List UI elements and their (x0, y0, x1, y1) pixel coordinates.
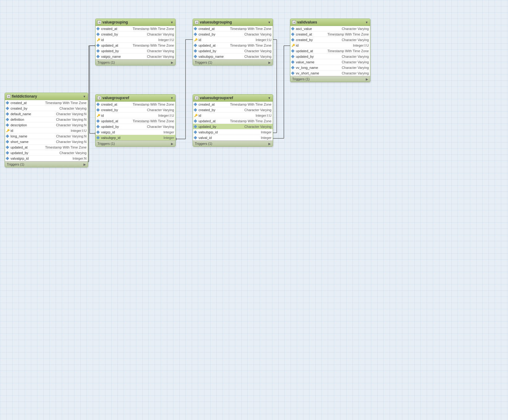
triggers-row[interactable]: Triggers (1) ▶ (290, 76, 370, 82)
diamond-icon (194, 125, 197, 128)
col-type: Character Varying (324, 55, 369, 58)
col-name: description (11, 123, 38, 127)
table-valuegrouping[interactable]: ⊞ valuegrouping ▼ created_at Timestamp W… (95, 19, 176, 65)
diamond-icon (291, 55, 294, 58)
col-type: Timestamp With Time Zone (226, 119, 271, 123)
diamond-icon (96, 130, 100, 134)
table-row: created_at Timestamp With Time Zone (193, 102, 273, 107)
col-type: Integer:I:U (129, 38, 174, 42)
col-type: Character Varying (324, 66, 369, 69)
col-name: created_at (11, 101, 38, 105)
col-type: Character Varying:N (38, 140, 87, 144)
triggers-arrow-icon: ▶ (268, 142, 271, 145)
table-body: asci_value Character Varying created_at … (290, 26, 370, 76)
dropdown-icon[interactable]: ▼ (268, 96, 271, 100)
triggers-row[interactable]: Triggers (1) ▶ (193, 141, 273, 146)
col-name: created_by (101, 32, 129, 36)
col-type: Character Varying (226, 125, 271, 128)
table-row: 🔑 id Integer:I:U (5, 128, 88, 133)
table-header-valuesubgroupxref: ⊞ valuesubgroupxref ▼ (193, 94, 273, 102)
col-name: updated_by (199, 125, 226, 128)
triggers-row[interactable]: Triggers (1) ▶ (193, 59, 273, 65)
table-row: created_by Character Varying (96, 107, 175, 113)
table-row: updated_at Timestamp With Time Zone (96, 43, 175, 48)
dropdown-icon[interactable]: ▼ (83, 95, 86, 98)
table-valuesubgroupxref[interactable]: ⊞ valuesubgroupxref ▼ created_at Timesta… (193, 94, 273, 147)
triggers-row[interactable]: Triggers (1) ▶ (96, 59, 175, 65)
col-type: Character Varying (129, 49, 174, 53)
table-row: vv_short_name Character Varying (290, 70, 370, 76)
col-type: Character Varying (226, 32, 271, 36)
col-name: created_by (199, 108, 226, 112)
table-body: created_at Timestamp With Time Zone crea… (193, 26, 273, 59)
col-type: Integer:N (38, 157, 87, 160)
diamond-icon (6, 123, 9, 127)
table-body: created_at Timestamp With Time Zone crea… (193, 102, 273, 141)
table-row: valvalgrp_id Integer:N (5, 156, 88, 161)
col-type: Character Varying (38, 151, 87, 155)
diamond-icon (6, 101, 9, 104)
diamond-icon (291, 49, 294, 52)
table-validvalues[interactable]: ⊞ validvalues ▼ asci_value Character Var… (290, 19, 370, 82)
diamond-icon (96, 125, 100, 128)
col-type: Character Varying (324, 38, 369, 42)
table-row: 🔑 id Integer:I:U (96, 113, 175, 118)
table-body: created_at Timestamp With Time Zone crea… (96, 102, 175, 141)
table-row: value_name Character Varying (290, 59, 370, 65)
table-fielddictionary[interactable]: ⊞ fielddictionary ▼ created_at Timestamp… (5, 93, 88, 167)
triggers-arrow-icon: ▶ (268, 61, 271, 64)
triggers-label: Triggers (1) (7, 162, 24, 166)
table-row: updated_at Timestamp With Time Zone (193, 118, 273, 124)
table-header-fielddictionary: ⊞ fielddictionary ▼ (5, 93, 88, 100)
table-valuesubgrouping[interactable]: ⊞ valuesubgrouping ▼ created_at Timestam… (193, 19, 273, 65)
triggers-arrow-icon: ▶ (171, 61, 173, 64)
col-type: Character Varying (129, 108, 174, 112)
table-row: valgrp_name Character Varying (96, 54, 175, 59)
table-row: 🔑 id Integer:I:U (193, 113, 273, 118)
key-icon: 🔑 (292, 44, 295, 47)
dropdown-icon[interactable]: ▼ (170, 21, 173, 24)
col-type: Character Varying (38, 107, 87, 110)
table-row: created_at Timestamp With Time Zone (96, 102, 175, 107)
dropdown-icon[interactable]: ▼ (365, 21, 368, 24)
col-name: asci_value (296, 27, 324, 31)
table-header-valuegrouping: ⊞ valuegrouping ▼ (96, 19, 175, 26)
diamond-icon (194, 103, 197, 106)
table-row: definition Character Varying:N (5, 117, 88, 122)
col-name: id (101, 38, 129, 42)
table-row: created_at Timestamp With Time Zone (96, 26, 175, 32)
table-valuegroupxref[interactable]: ⊞ valuegroupxref ▼ created_at Timestamp … (95, 94, 176, 147)
dropdown-icon[interactable]: ▼ (268, 21, 271, 24)
table-body: created_at Timestamp With Time Zone crea… (5, 100, 88, 161)
triggers-row[interactable]: Triggers (1) ▶ (5, 161, 88, 167)
triggers-arrow-icon: ▶ (366, 78, 368, 81)
key-icon: 🔑 (6, 129, 10, 132)
col-name: valsubgrp_name (199, 55, 226, 58)
dropdown-icon[interactable]: ▼ (170, 96, 173, 100)
table-row: created_at Timestamp With Time Zone (290, 32, 370, 37)
col-name: created_at (101, 103, 129, 106)
table-row: description Character Varying:N (5, 122, 88, 128)
diamond-icon (291, 32, 294, 36)
diamond-icon (291, 71, 294, 75)
table-row: asci_value Character Varying (290, 26, 370, 32)
col-name: updated_at (199, 119, 226, 123)
col-type: Timestamp With Time Zone (129, 44, 174, 47)
diamond-icon (96, 55, 100, 58)
diamond-icon (291, 66, 294, 69)
triggers-row[interactable]: Triggers (1) ▶ (96, 141, 175, 146)
table-row: created_by Character Varying (193, 32, 273, 37)
col-name: created_by (296, 38, 324, 42)
diamond-icon (96, 32, 100, 36)
table-row: valsubgrp_name Character Varying (193, 54, 273, 59)
col-name: updated_by (101, 49, 129, 53)
diamond-icon (194, 44, 197, 47)
table-row: long_name Character Varying:N (5, 133, 88, 139)
col-name: valsubgrp_id (199, 130, 226, 134)
table-title: valuesubgroupxref (200, 96, 233, 100)
table-grid-icon: ⊞ (292, 20, 296, 24)
col-name: updated_by (101, 125, 129, 128)
col-name: created_at (101, 27, 129, 31)
col-type: Timestamp With Time Zone (38, 101, 87, 105)
diamond-icon (96, 49, 100, 52)
